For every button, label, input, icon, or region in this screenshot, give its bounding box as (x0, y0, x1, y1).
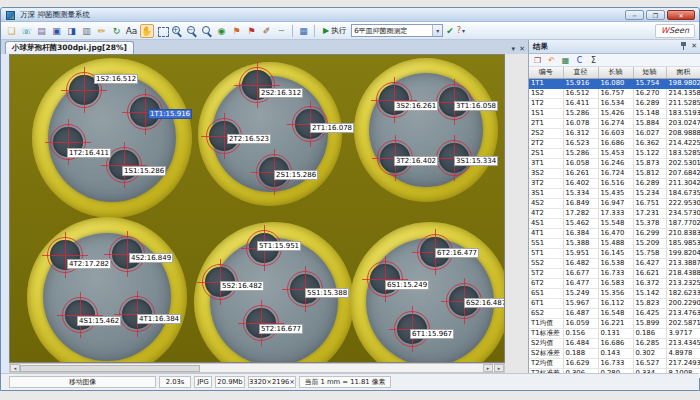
table-row[interactable]: 3T116.05816.24615.873202.5301 (529, 158, 700, 168)
zone-label[interactable]: 5S2:16.482 (220, 281, 264, 291)
zone-label[interactable]: 6T1:15.967 (410, 329, 454, 339)
close-button[interactable]: ✕ (667, 10, 695, 20)
image-document-tab[interactable]: 小球芽孢杆菌300dpi.jpg[28%] (5, 41, 134, 54)
table-row[interactable]: 1T115.91616.08015.754198.9802 (529, 78, 700, 88)
image-icon[interactable]: ▤ (35, 24, 49, 38)
line-tool-icon[interactable]: ─ (275, 24, 289, 38)
export-report-icon[interactable]: ❒ (532, 55, 543, 66)
table-row[interactable]: S2均值16.48416.68616.285213.4345 (529, 338, 700, 348)
table-row[interactable]: 1S216.51216.75716.270214.1358 (529, 88, 700, 98)
horizontal-scrollbar[interactable]: ◂ ▸ ▸ (9, 363, 505, 373)
table-row[interactable]: 4S216.84916.94716.751222.9530 (529, 198, 700, 208)
pan-hand-icon[interactable]: ✋ (140, 24, 154, 38)
execute-button[interactable]: ▶ 执行 (318, 24, 351, 38)
zone-label[interactable]: 4T2:17.282 (67, 259, 111, 269)
zone-label[interactable]: 6T2:16.477 (435, 248, 479, 258)
table-row[interactable]: 4T116.38416.47016.299210.8383 (529, 228, 700, 238)
pencil-icon[interactable]: ✏ (95, 24, 109, 38)
column-header[interactable]: 编号 (529, 67, 563, 78)
table-row[interactable]: 3S115.33415.43515.234184.6735 (529, 188, 700, 198)
table-row[interactable]: 2T216.52316.68616.362214.4225 (529, 138, 700, 148)
table-row[interactable]: 4T217.28217.33317.231234.5730 (529, 208, 700, 218)
confirm-check-button[interactable]: ✔ (446, 26, 454, 36)
chevron-down-icon[interactable]: ▾ (432, 25, 442, 36)
table-row[interactable]: T1标准差0.1560.1310.1863.9717 (529, 328, 700, 338)
zone-label[interactable]: 1S1:15.286 (122, 166, 166, 176)
excel-export-icon[interactable]: ▦ (560, 55, 571, 66)
table-row[interactable]: 5S216.48216.53816.427213.3887 (529, 258, 700, 268)
zone-label[interactable]: 3T2:16.402 (394, 156, 438, 166)
column-header[interactable]: 直径 (563, 67, 598, 78)
grid-icon[interactable]: ▦ (297, 24, 311, 38)
save-icon[interactable]: ▣ (50, 24, 64, 38)
table-row[interactable]: 6T115.96716.11215.823200.2290 (529, 298, 700, 308)
table-row[interactable]: 6S115.24915.35615.142182.6233 (529, 288, 700, 298)
scroll-right-icon[interactable]: ▸ (483, 364, 493, 372)
zoom-fit-icon[interactable] (200, 24, 214, 38)
column-header[interactable]: 短轴 (633, 67, 666, 78)
minimize-button[interactable]: ─ (625, 10, 644, 20)
zone-label[interactable]: 5S1:15.388 (305, 288, 349, 298)
table-row[interactable]: S2标准差0.1880.1430.3024.8978 (529, 348, 700, 358)
zoom-in-icon[interactable]: + (170, 24, 184, 38)
scroll-corner[interactable]: ▸ (494, 364, 504, 372)
zone-label[interactable]: 2T2:16.523 (227, 134, 271, 144)
tab-menu-icon[interactable]: ▾ (512, 45, 516, 53)
table-row[interactable]: 3T216.40216.51616.289211.3042 (529, 178, 700, 188)
zone-label[interactable]: 5T1:15.951 (257, 241, 301, 251)
image-viewport[interactable]: 1S2:16.5121T1:15.9161T2:16.4111S1:15.286… (9, 54, 505, 363)
text-annotation-icon[interactable]: Aa (125, 24, 139, 38)
zone-label[interactable]: 4T1:16.384 (137, 314, 181, 324)
table-row[interactable]: 6S216.48716.54816.425213.4763 (529, 308, 700, 318)
scroll-left-icon[interactable]: ◂ (10, 364, 20, 372)
save-as-icon[interactable]: ◨ (65, 24, 79, 38)
flag-orange-icon[interactable]: ⚑ (230, 24, 244, 38)
clear-icon[interactable]: C (574, 55, 585, 66)
zone-label[interactable]: 4S2:16.849 (129, 253, 173, 263)
flag-red-icon[interactable]: ⚑ (245, 24, 259, 38)
table-row[interactable]: 3S216.26116.72415.812207.6842 (529, 168, 700, 178)
tab-close-icon[interactable]: ✕ (519, 45, 525, 53)
panel-close-icon[interactable]: ✕ (691, 42, 697, 51)
table-row[interactable]: 5S115.38815.48815.209185.9853 (529, 238, 700, 248)
zone-label[interactable]: 2S2:16.312 (259, 88, 303, 98)
table-row[interactable]: 1T216.41116.53416.289211.5285 (529, 98, 700, 108)
zone-label[interactable]: 1T2:16.411 (67, 148, 111, 158)
zone-label[interactable]: 5T2:16.677 (259, 324, 303, 334)
scrollbar-thumb[interactable] (20, 365, 200, 372)
table-row[interactable]: 5T115.95116.14515.758199.8204 (529, 248, 700, 258)
table-row[interactable]: 2S216.31216.60316.027208.9888 (529, 128, 700, 138)
zone-label[interactable]: 3T1:16.058 (454, 101, 498, 111)
table-row[interactable]: 1S115.28615.42615.148183.5193 (529, 108, 700, 118)
zone-label[interactable]: 2S1:15.286 (274, 170, 318, 180)
open-icon[interactable]: ❏ (5, 24, 19, 38)
zone-label[interactable]: 6S1:15.249 (385, 280, 429, 290)
method-dropdown[interactable]: 6平皿抑菌圈测定 ▾ (351, 24, 443, 37)
acquire-phone-icon[interactable]: ☏ (20, 24, 34, 38)
zone-label[interactable]: 1T1:15.916 (148, 109, 192, 119)
sum-icon[interactable]: Σ (588, 55, 599, 66)
pin-icon[interactable] (680, 42, 687, 51)
table-row[interactable]: 6T216.47716.58316.372213.2325 (529, 278, 700, 288)
table-row[interactable]: 4S115.46215.54815.378187.7702 (529, 218, 700, 228)
table-row[interactable]: T2均值16.62916.73316.527217.2493 (529, 358, 700, 368)
select-rect-icon[interactable] (155, 24, 169, 38)
print-icon[interactable]: ▥ (80, 24, 94, 38)
zone-label[interactable]: 4S1:15.462 (77, 316, 121, 326)
zone-label[interactable]: 3S2:16.261 (394, 101, 438, 111)
zone-label[interactable]: 3S1:15.334 (454, 156, 498, 166)
table-row[interactable]: 5T216.67716.73316.621218.4388 (529, 268, 700, 278)
zoom-out-icon[interactable]: − (185, 24, 199, 38)
preview-eye-icon[interactable]: ◉ (215, 24, 229, 38)
table-row[interactable]: 2S115.28615.45315.122183.5285 (529, 148, 700, 158)
maximize-button[interactable]: ❐ (646, 10, 665, 20)
title-bar[interactable]: 万深 抑菌圈测量系统 ─ ❐ ✕ (1, 8, 699, 22)
table-row[interactable]: T1均值16.05916.22115.899202.5871 (529, 318, 700, 328)
table-row[interactable]: 2T116.07816.27415.884203.0247 (529, 118, 700, 128)
column-header[interactable]: 面积 (666, 67, 700, 78)
help-button[interactable]: ? ▾ (457, 26, 465, 35)
undo-icon[interactable]: ↶ (546, 55, 557, 66)
zone-label[interactable]: 2T1:16.078 (310, 123, 354, 133)
measure-icon[interactable]: ✐ (260, 24, 274, 38)
column-header[interactable]: 长轴 (598, 67, 633, 78)
